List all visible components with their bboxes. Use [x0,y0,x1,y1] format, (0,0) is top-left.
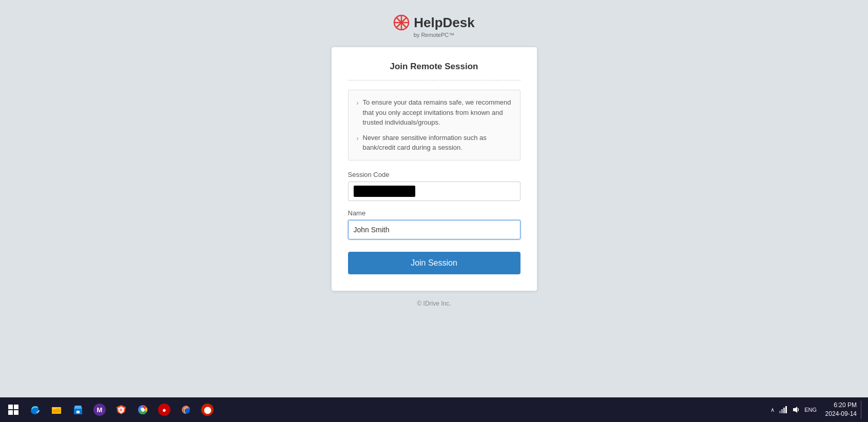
divider [348,80,520,81]
system-tray-icons: ∧ ENG [770,406,817,414]
svg-rect-22 [783,408,785,413]
logo-text: HelpDesk [414,15,475,31]
start-button[interactable] [4,400,23,419]
logo-subtext: by RemotePC™ [414,32,454,38]
info-item-2: › Never share sensitive information such… [357,133,512,153]
taskbar: M B ● [0,397,868,422]
chrome-taskbar-icon[interactable] [132,399,153,420]
name-input[interactable] [348,220,520,239]
session-code-redacted [354,186,415,197]
name-label: Name [348,209,520,217]
taskbar-right: ∧ ENG 6:20 PM 2024-09-14 [770,400,864,419]
taskbar-clock[interactable]: 6:20 PM 2024-09-14 [821,401,857,418]
card-title: Join Remote Session [348,62,520,72]
svg-rect-20 [779,411,781,413]
show-desktop-button[interactable] [861,400,864,419]
store-icon [72,404,84,415]
clock-time: 6:20 PM [821,401,857,410]
chrome-icon [137,404,148,415]
svg-point-18 [141,408,144,411]
name-group: Name [348,209,520,239]
info-text-1: To ensure your data remains safe, we rec… [363,97,512,128]
language-indicator[interactable]: ENG [804,407,817,413]
speaker-icon [792,406,800,414]
firefox-taskbar-icon[interactable] [176,399,196,420]
clock-date: 2024-09-14 [821,410,857,418]
copyright-text: © IDrive Inc. [417,300,451,307]
chevron-icon-1: › [357,98,359,108]
firefox-icon [180,404,191,415]
show-hidden-icons[interactable]: ∧ [770,407,775,413]
info-box: › To ensure your data remains safe, we r… [348,90,520,160]
taskbar-app-icons: M B ● [25,399,768,420]
windows-logo-icon [8,405,18,415]
svg-rect-8 [52,407,56,409]
join-session-button[interactable]: Join Session [348,252,520,274]
svg-rect-23 [785,406,787,413]
network-icon [779,406,787,414]
helpdesk-logo-icon [393,14,410,31]
session-code-group: Session Code [348,171,520,201]
svg-rect-9 [53,410,60,411]
logo-container: HelpDesk [393,14,475,31]
main-card: Join Remote Session › To ensure your dat… [332,47,537,291]
svg-marker-24 [793,407,797,413]
chevron-icon-2: › [357,134,359,143]
info-item-1: › To ensure your data remains safe, we r… [357,97,512,128]
logo-area: HelpDesk by RemotePC™ [393,14,475,38]
brave-icon: B [115,404,127,415]
svg-rect-10 [53,411,60,412]
store-taskbar-icon[interactable] [68,399,88,420]
edge-taskbar-icon[interactable] [25,399,45,420]
info-text-2: Never share sensitive information such a… [363,133,512,153]
file-explorer-icon [51,404,62,415]
app7-icon: ● [158,404,170,416]
svg-rect-12 [76,411,80,413]
file-explorer-taskbar-icon[interactable] [46,399,67,420]
app4-taskbar-icon[interactable]: M [89,399,110,420]
app4-icon: M [93,404,106,416]
svg-rect-21 [781,409,783,413]
page-content: HelpDesk by RemotePC™ Join Remote Sessio… [0,0,868,397]
session-code-label: Session Code [348,171,520,178]
app9-taskbar-icon[interactable]: ⬤ [197,399,218,420]
session-code-wrapper[interactable] [348,182,520,201]
footer: © IDrive Inc. [417,300,451,307]
brave-taskbar-icon[interactable]: B [111,399,131,420]
edge-icon [29,404,41,415]
svg-text:B: B [120,408,123,412]
app9-icon: ⬤ [201,404,214,416]
app7-taskbar-icon[interactable]: ● [154,399,175,420]
